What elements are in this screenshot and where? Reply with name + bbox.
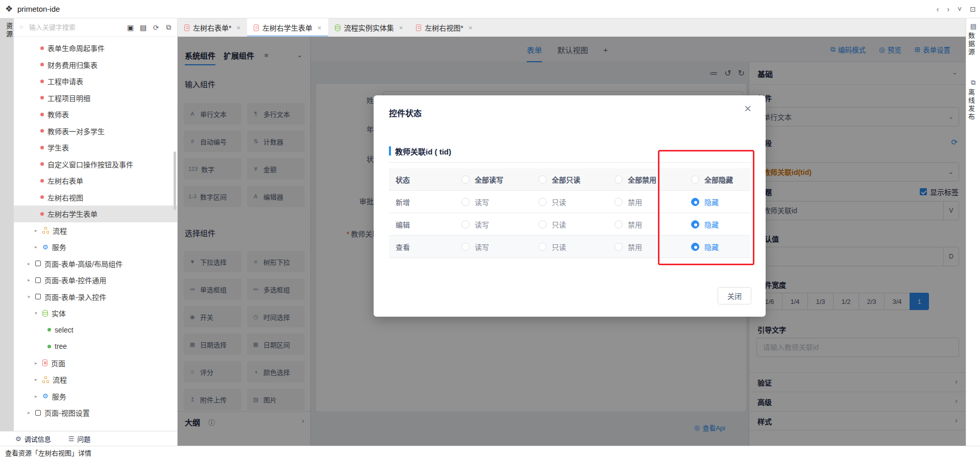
tree-item[interactable]: 左树右表单 — [14, 172, 177, 189]
tree-item-label: 教师表 — [47, 109, 69, 119]
option-label[interactable]: 只读 — [552, 219, 566, 229]
tree-item[interactable]: ▸页面 — [14, 355, 177, 372]
radio-icon[interactable] — [538, 243, 547, 251]
editor-tab[interactable]: 流程实例实体集× — [328, 18, 410, 37]
tree-item[interactable]: 学生表 — [14, 139, 177, 156]
option-label[interactable]: 禁用 — [628, 219, 642, 229]
resource-search-bar: ○ 输入关键字搜索 ▣▤⟳⧉ — [14, 18, 178, 37]
sidebar-tab-datasource[interactable]: ▤数据源 — [966, 22, 980, 57]
radio-icon[interactable] — [538, 175, 547, 184]
radio-icon[interactable] — [538, 220, 547, 228]
header-label: 全部禁用 — [628, 174, 656, 185]
i18n-icon[interactable]: ▣ — [126, 23, 135, 32]
tree-item[interactable]: 左树右视图 — [14, 189, 177, 206]
state-name: 查看 — [396, 242, 410, 252]
chevron-expanded-icon[interactable]: ▾ — [26, 294, 32, 299]
tree-item[interactable]: ▸⚙服务 — [14, 388, 177, 405]
option-label[interactable]: 读写 — [475, 219, 489, 229]
close-icon[interactable]: × — [399, 24, 403, 32]
radio-icon[interactable] — [461, 243, 470, 251]
radio-icon[interactable] — [615, 175, 623, 184]
chevron-collapsed-icon[interactable]: ▸ — [33, 244, 39, 249]
chevron-collapsed-icon[interactable]: ▸ — [33, 377, 39, 382]
tree-item[interactable]: 工程申请表 — [14, 73, 177, 90]
tree-item[interactable]: 表单生命周起事件 — [14, 40, 177, 57]
radio-icon[interactable] — [615, 220, 623, 228]
option-label[interactable]: 读写 — [475, 242, 489, 252]
chevron-collapsed-icon[interactable]: ▸ — [26, 261, 32, 266]
tree-item[interactable]: ▸流程 — [14, 222, 177, 239]
sidebar-tab-offline-publish[interactable]: ⧉离线发布 — [966, 79, 980, 121]
tree-item[interactable]: 教师表一对多学生 — [14, 123, 177, 140]
chevron-down-icon[interactable]: ˅ — [958, 5, 962, 13]
tree-item[interactable]: ▾实体 — [14, 305, 177, 322]
header-label: 全部读写 — [475, 174, 503, 185]
option-label[interactable]: 读写 — [475, 197, 489, 207]
document-icon — [42, 360, 47, 366]
close-icon[interactable]: × — [469, 24, 473, 32]
radio-icon[interactable] — [461, 175, 470, 184]
document-icon — [416, 24, 421, 31]
tree-item[interactable]: ▸⚙服务 — [14, 239, 177, 255]
editor-tab[interactable]: 左树右学生表单× — [247, 18, 328, 37]
chevron-collapsed-icon[interactable]: ▸ — [33, 361, 39, 366]
console-icon[interactable]: ⧉ — [164, 23, 173, 32]
title-bar: ❖ primeton-ide ‹›˅⊡ — [0, 0, 980, 18]
tree-item[interactable]: select — [14, 322, 177, 339]
tree-item-label: tree — [55, 342, 67, 350]
window-controls: ‹›˅⊡ — [937, 0, 976, 18]
tree-item[interactable]: 教师表 — [14, 106, 177, 123]
tree-item[interactable]: 自定义窗口操作按钮及事件 — [14, 156, 177, 173]
radio-icon[interactable] — [538, 198, 547, 206]
app-window: ❖ primeton-ide ‹›˅⊡ 资源 ○ 输入关键字搜索 ▣▤⟳⧉ 左树… — [0, 0, 980, 460]
tree-item[interactable]: ▸流程 — [14, 371, 177, 388]
chevron-collapsed-icon[interactable]: ▸ — [33, 228, 39, 233]
tree-item[interactable]: ▾页面-表单-录入控件 — [14, 289, 177, 305]
tree-item-label: 服务 — [52, 391, 66, 401]
radio-icon[interactable] — [615, 243, 623, 251]
radio-icon[interactable] — [615, 198, 623, 206]
close-button[interactable]: 关闭 — [718, 287, 751, 304]
tree-item[interactable]: 工程项目明细 — [14, 90, 177, 107]
option-label[interactable]: 禁用 — [628, 197, 642, 207]
new-folder-icon[interactable]: ▤ — [139, 23, 148, 32]
editor-tab[interactable]: 左树右表单*× — [178, 18, 247, 37]
red-dot-icon — [40, 113, 44, 116]
chevron-collapsed-icon[interactable]: ▸ — [26, 410, 32, 415]
tree-item[interactable]: 左树右学生表单 — [14, 206, 177, 222]
close-icon[interactable]: × — [317, 24, 322, 32]
nav-back-icon[interactable]: ‹ — [937, 5, 939, 13]
table-option-cell: 读写 — [460, 191, 537, 213]
tree-item[interactable]: tree — [14, 338, 177, 355]
activity-tab-resources[interactable]: 资源 — [0, 22, 14, 39]
option-label[interactable]: 只读 — [552, 197, 566, 207]
database-icon — [335, 24, 340, 31]
nav-forward-icon[interactable]: › — [947, 5, 949, 13]
tree-item-label: 页面-表单-控件通用 — [44, 275, 106, 285]
red-dot-icon — [40, 162, 44, 166]
problems-icon: ☰ — [68, 435, 75, 443]
bottom-bar-label: 调试信息 — [24, 434, 51, 444]
tree-item[interactable]: 财务费用归集表 — [14, 57, 177, 73]
chevron-collapsed-icon[interactable]: ▸ — [33, 394, 39, 399]
tree-item-label: 学生表 — [47, 142, 69, 152]
option-label[interactable]: 只读 — [552, 242, 566, 252]
option-label[interactable]: 禁用 — [628, 242, 642, 252]
radio-icon[interactable] — [461, 198, 470, 206]
tree-item[interactable]: ▸页面-表单-高级/布局组件 — [14, 255, 177, 272]
chevron-expanded-icon[interactable]: ▾ — [33, 311, 39, 316]
tree-item[interactable]: ▸页面-视图设置 — [14, 404, 177, 421]
radio-icon[interactable] — [461, 220, 470, 228]
refresh-icon[interactable]: ⟳ — [152, 23, 160, 32]
editor-tab[interactable]: 左树右视图*× — [409, 18, 479, 37]
chevron-collapsed-icon[interactable]: ▸ — [26, 277, 32, 283]
debug-info-button[interactable]: ⚙调试信息 — [15, 434, 51, 444]
search-input[interactable]: 输入关键字搜索 — [29, 18, 76, 36]
close-icon[interactable]: × — [236, 24, 240, 32]
tree-item[interactable]: ▸页面-表单-控件通用 — [14, 272, 177, 289]
save-icon[interactable]: ⊡ — [970, 5, 976, 13]
close-icon[interactable]: × — [744, 103, 751, 115]
problems-button[interactable]: ☰问题 — [68, 434, 91, 444]
red-dot-icon — [40, 129, 44, 133]
tree-scrollbar[interactable] — [174, 151, 176, 210]
